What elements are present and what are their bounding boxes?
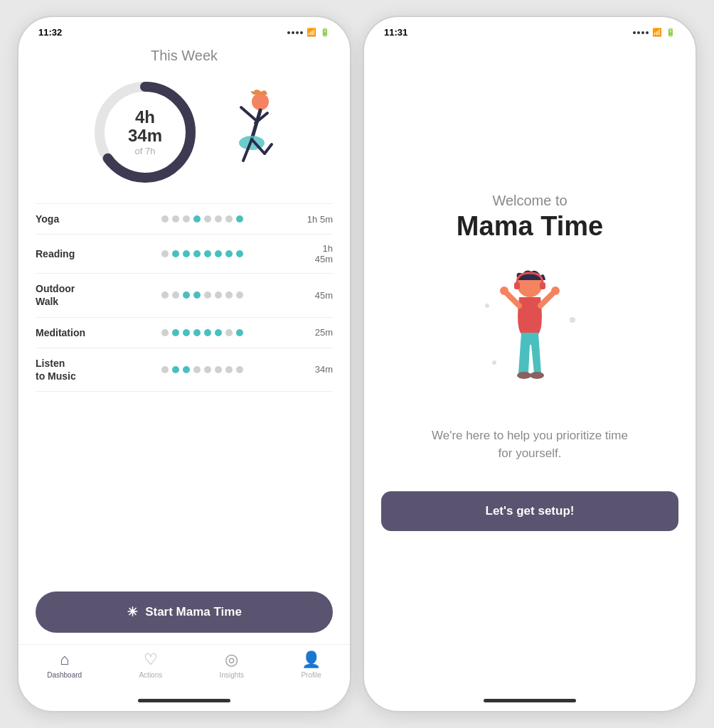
dot bbox=[172, 366, 179, 373]
home-indicator-left bbox=[138, 699, 230, 702]
activity-item-walk: OutdoorWalk 45m bbox=[36, 274, 333, 317]
dot bbox=[225, 366, 233, 373]
dot bbox=[172, 329, 179, 336]
dot bbox=[172, 291, 179, 299]
dots-yoga bbox=[100, 215, 304, 223]
time-right: 11:31 bbox=[384, 27, 407, 38]
sun-icon: ☀ bbox=[127, 604, 138, 620]
activity-time-reading: 1h 45m bbox=[304, 243, 333, 264]
status-bar-left: 11:32 📶 🔋 bbox=[18, 17, 350, 42]
time-left: 11:32 bbox=[38, 27, 62, 38]
dot bbox=[225, 215, 233, 223]
dot bbox=[161, 291, 169, 299]
home-icon: ⌂ bbox=[60, 651, 69, 669]
activity-list: Yoga 1h 5m Reading bbox=[36, 203, 333, 580]
wifi-icon: 📶 bbox=[307, 28, 316, 37]
dots-reading bbox=[100, 250, 304, 257]
welcome-description: We're here to help you prioritize time f… bbox=[430, 427, 629, 463]
svg-point-19 bbox=[551, 287, 560, 295]
activity-item-yoga: Yoga 1h 5m bbox=[36, 204, 333, 235]
home-indicator-right bbox=[484, 699, 576, 702]
start-button[interactable]: ☀ Start Mama Time bbox=[36, 592, 333, 633]
dot bbox=[193, 291, 201, 299]
activity-name-reading: Reading bbox=[36, 247, 100, 260]
svg-point-20 bbox=[517, 372, 531, 379]
setup-button[interactable]: Let's get setup! bbox=[381, 491, 678, 531]
dot bbox=[236, 215, 243, 223]
dot bbox=[183, 329, 190, 336]
donut-chart: 4h 34m of 7h bbox=[88, 75, 202, 189]
dot bbox=[215, 329, 222, 336]
activity-item-reading: Reading 1h 45m bbox=[36, 235, 333, 274]
nav-item-profile[interactable]: 👤 Profile bbox=[301, 651, 321, 679]
dot bbox=[193, 250, 201, 257]
week-title: This Week bbox=[36, 48, 333, 64]
nav-item-actions[interactable]: ♡ Actions bbox=[139, 651, 162, 679]
dot bbox=[215, 366, 222, 373]
dots-walk bbox=[100, 291, 304, 299]
activity-name-music: Listento Music bbox=[36, 357, 100, 382]
svg-rect-15 bbox=[540, 282, 545, 289]
nav-item-insights[interactable]: ◎ Insights bbox=[220, 651, 244, 679]
nav-item-dashboard[interactable]: ⌂ Dashboard bbox=[47, 651, 82, 679]
bottom-nav: ⌂ Dashboard ♡ Actions ◎ Insights 👤 Profi… bbox=[18, 644, 350, 693]
svg-point-12 bbox=[492, 360, 496, 365]
dot bbox=[215, 291, 222, 299]
welcome-subtitle: Welcome to bbox=[492, 193, 567, 209]
svg-line-9 bbox=[265, 144, 272, 154]
dot bbox=[161, 366, 169, 373]
nav-label-actions: Actions bbox=[139, 671, 162, 679]
dot bbox=[215, 250, 222, 257]
dot bbox=[193, 215, 201, 223]
welcome-dancer-figure bbox=[473, 263, 587, 405]
dot bbox=[172, 250, 179, 257]
dots-music bbox=[100, 366, 304, 373]
activity-time-music: 34m bbox=[304, 364, 333, 375]
start-button-label: Start Mama Time bbox=[145, 605, 242, 619]
dot bbox=[236, 250, 243, 257]
dot bbox=[183, 291, 190, 299]
wifi-icon: 📶 bbox=[652, 28, 662, 37]
donut-time: 4h 34m bbox=[117, 108, 174, 146]
signal-icon bbox=[633, 31, 649, 34]
activity-name-yoga: Yoga bbox=[36, 213, 100, 225]
dancer-figure-left bbox=[209, 86, 280, 178]
dot bbox=[225, 329, 233, 336]
insights-icon: ◎ bbox=[225, 651, 238, 669]
activity-time-meditation: 25m bbox=[304, 327, 333, 338]
activity-time-yoga: 1h 5m bbox=[304, 214, 333, 225]
nav-label-dashboard: Dashboard bbox=[47, 671, 82, 679]
dot bbox=[204, 366, 211, 373]
left-phone: 11:32 📶 🔋 This Week bbox=[17, 16, 351, 712]
status-icons-left: 📶 🔋 bbox=[287, 28, 330, 37]
setup-button-label: Let's get setup! bbox=[486, 504, 575, 518]
right-phone: 11:31 📶 🔋 Welcome to Mama Time bbox=[363, 16, 697, 712]
activity-name-walk: OutdoorWalk bbox=[36, 282, 100, 308]
dot bbox=[193, 366, 201, 373]
heart-icon: ♡ bbox=[144, 651, 158, 669]
dot bbox=[225, 291, 233, 299]
activity-item-meditation: Meditation 25m bbox=[36, 318, 333, 348]
dot bbox=[204, 329, 211, 336]
status-icons-right: 📶 🔋 bbox=[633, 28, 676, 37]
nav-label-profile: Profile bbox=[301, 671, 321, 679]
dot bbox=[204, 291, 211, 299]
battery-icon: 🔋 bbox=[666, 28, 676, 37]
dot bbox=[236, 366, 243, 373]
svg-point-2 bbox=[252, 93, 269, 110]
svg-point-21 bbox=[530, 372, 544, 379]
dots-meditation bbox=[100, 329, 304, 336]
status-bar-right: 11:31 📶 🔋 bbox=[364, 17, 696, 42]
dot bbox=[183, 366, 190, 373]
dot bbox=[236, 329, 243, 336]
dot bbox=[204, 215, 211, 223]
donut-sub: of 7h bbox=[117, 146, 174, 156]
svg-line-3 bbox=[252, 110, 260, 139]
chart-area: 4h 34m of 7h bbox=[36, 75, 333, 189]
dot bbox=[183, 250, 190, 257]
dot bbox=[225, 250, 233, 257]
dot bbox=[161, 215, 169, 223]
signal-icon bbox=[287, 31, 303, 34]
svg-rect-14 bbox=[514, 282, 520, 289]
welcome-screen: Welcome to Mama Time bbox=[364, 42, 696, 693]
